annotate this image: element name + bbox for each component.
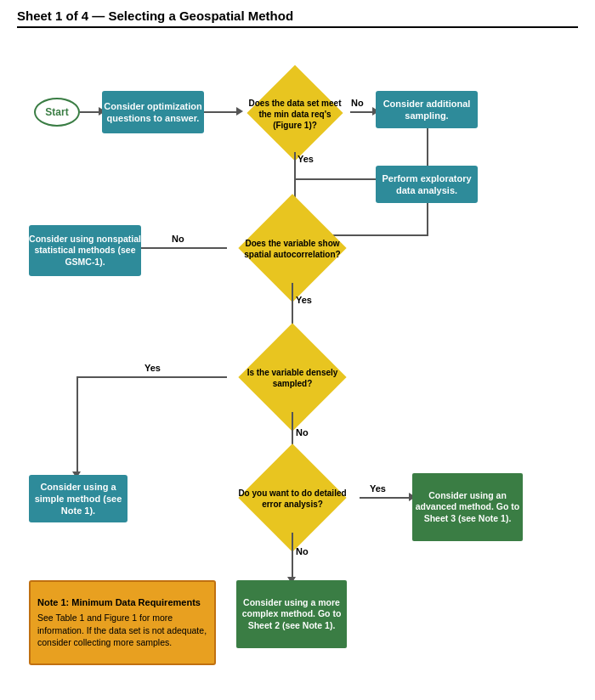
note-title: Note 1: Minimum Data Requirements: [37, 596, 201, 608]
box-exploratory-analysis: Perform exploratory data analysis.: [376, 166, 478, 203]
box-consider-optimization: Consider optimization questions to answe…: [102, 91, 204, 133]
label-no4: No: [296, 546, 309, 556]
label-yes2: Yes: [296, 295, 312, 305]
label-no2: No: [172, 234, 184, 244]
note-box: Note 1: Minimum Data Requirements See Ta…: [29, 580, 216, 665]
arrow-d4-box6-no: [292, 533, 293, 580]
start-oval: Start: [34, 98, 80, 127]
label-no3: No: [296, 427, 309, 438]
box-additional-sampling: Consider additional sampling.: [376, 91, 478, 128]
box-nonspatial-methods: Consider using nonspatial statistical me…: [29, 225, 141, 276]
diamond-error-analysis: Do you want to do detailed error analysi…: [225, 465, 360, 533]
diamond-densely-sampled: Is the variable densely sampled?: [225, 344, 360, 412]
label-no1: No: [351, 98, 364, 108]
arrow-box3-down: [427, 203, 428, 235]
box-complex-method: Consider using a more complex method. Go…: [236, 580, 347, 648]
label-yes1: Yes: [298, 154, 314, 164]
label-yes3: Yes: [144, 363, 161, 373]
label-yes4: Yes: [370, 483, 386, 494]
arrow-d1-box3-yes-v: [294, 152, 296, 174]
page-title: Sheet 1 of 4 — Selecting a Geospatial Me…: [17, 8, 578, 28]
box-simple-method: Consider using a simple method (see Note…: [29, 475, 128, 522]
note-body: See Table 1 and Figure 1 for more inform…: [37, 612, 207, 649]
arrow-box1-d1: [204, 111, 240, 113]
diamond-spatial-autocorr: Does the variable show spatial autocorre…: [225, 215, 360, 283]
flowchart: Start Consider optimization questions to…: [17, 40, 578, 686]
box-advanced-method: Consider using an advanced method. Go to…: [412, 473, 523, 541]
arrow-d3-left-yes: [76, 376, 227, 378]
arrow-d4-box7-yes: [360, 497, 412, 499]
diamond-data-req: Does the data set meet the min data req'…: [240, 84, 350, 144]
start-label: Start: [45, 106, 68, 118]
arrow-d3-box5-vert: [76, 376, 78, 475]
